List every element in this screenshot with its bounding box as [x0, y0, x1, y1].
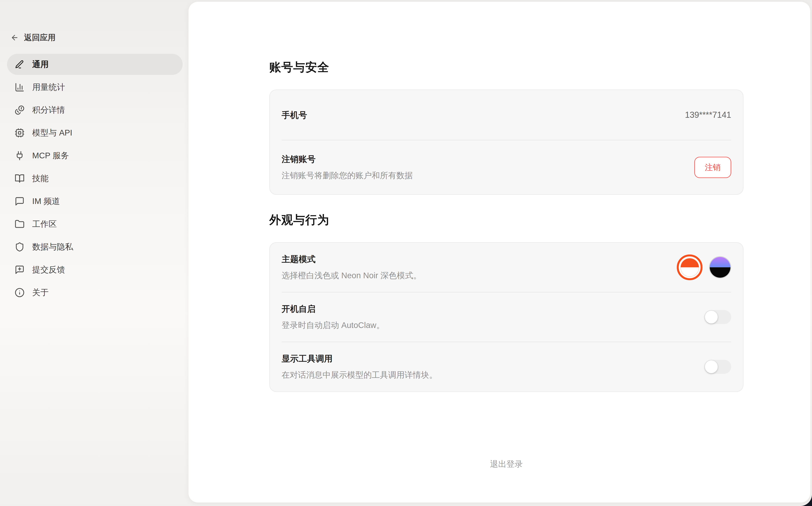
delete-account-description: 注销账号将删除您的账户和所有数据	[282, 170, 413, 181]
autostart-title: 开机自启	[282, 303, 384, 315]
sidebar-item-im-channels[interactable]: IM 频道	[7, 191, 182, 212]
sidebar-item-label: 用量统计	[32, 82, 65, 93]
sidebar-item-label: 模型与 API	[32, 127, 72, 138]
sidebar-item-about[interactable]: 关于	[7, 282, 182, 303]
theme-dark-option[interactable]	[709, 256, 731, 278]
section-title-appearance-behavior: 外观与行为	[269, 212, 743, 228]
sidebar-item-skills[interactable]: 技能	[7, 168, 182, 189]
toggle-knob	[705, 360, 718, 373]
sidebar-item-credits[interactable]: 积分详情	[7, 99, 182, 120]
plug-icon	[15, 151, 24, 161]
sidebar-item-general[interactable]: 通用	[7, 54, 182, 75]
autostart-row: 开机自启 登录时自动启动 AutoClaw。	[270, 292, 743, 342]
sidebar-item-label: 积分详情	[32, 104, 65, 115]
delete-account-button[interactable]: 注销	[694, 157, 731, 178]
phone-number-label: 手机号	[282, 109, 307, 121]
logout-button[interactable]: 退出登录	[269, 458, 743, 487]
show-tool-calls-description: 在对话消息中展示模型的工具调用详情块。	[282, 369, 437, 381]
settings-content: 账号与安全 手机号 139****7141 注销账号 注销账号将删除您的账户和所…	[269, 2, 743, 487]
sidebar-item-data-privacy[interactable]: 数据与隐私	[7, 236, 182, 257]
theme-light-swatch-icon	[681, 258, 699, 276]
show-tool-calls-text: 显示工具调用 在对话消息中展示模型的工具调用详情块。	[282, 353, 437, 381]
arrow-left-icon	[10, 33, 19, 42]
theme-mode-title: 主题模式	[282, 253, 421, 265]
show-tool-calls-title: 显示工具调用	[282, 353, 437, 364]
sidebar-item-feedback[interactable]: 提交反馈	[7, 259, 182, 280]
show-tool-calls-toggle[interactable]	[704, 360, 731, 374]
pencil-icon	[15, 60, 24, 69]
theme-light-option[interactable]	[677, 254, 703, 280]
theme-mode-description: 选择橙白浅色或 Neon Noir 深色模式。	[282, 270, 421, 281]
sidebar-item-label: 工作区	[32, 219, 57, 230]
theme-mode-row: 主题模式 选择橙白浅色或 Neon Noir 深色模式。	[270, 243, 743, 292]
autostart-text: 开机自启 登录时自动启动 AutoClaw。	[282, 303, 384, 331]
appearance-card: 主题模式 选择橙白浅色或 Neon Noir 深色模式。	[269, 242, 743, 392]
account-card: 手机号 139****7141 注销账号 注销账号将删除您的账户和所有数据 注销	[269, 89, 743, 195]
coins-icon	[15, 105, 24, 115]
sidebar-item-label: 关于	[32, 287, 49, 298]
sidebar-item-label: 技能	[32, 173, 49, 184]
sidebar-item-usage-stats[interactable]: 用量统计	[7, 77, 182, 98]
folder-icon	[15, 219, 24, 229]
theme-mode-text: 主题模式 选择橙白浅色或 Neon Noir 深色模式。	[282, 253, 421, 281]
section-title-account-security: 账号与安全	[269, 2, 743, 75]
phone-number-value: 139****7141	[685, 110, 731, 120]
main-panel: 账号与安全 手机号 139****7141 注销账号 注销账号将删除您的账户和所…	[189, 2, 810, 503]
sidebar-item-label: 数据与隐私	[32, 241, 73, 252]
delete-account-row: 注销账号 注销账号将删除您的账户和所有数据 注销	[270, 141, 743, 194]
show-tool-calls-row: 显示工具调用 在对话消息中展示模型的工具调用详情块。	[270, 342, 743, 391]
autostart-toggle[interactable]	[704, 310, 731, 324]
delete-account-text: 注销账号 注销账号将删除您的账户和所有数据	[282, 153, 413, 181]
theme-dark-swatch-icon	[710, 257, 730, 278]
sidebar-item-label: IM 频道	[32, 196, 60, 207]
shield-icon	[15, 242, 24, 252]
back-to-app-link[interactable]: 返回应用	[10, 32, 56, 43]
sidebar-item-label: MCP 服务	[32, 150, 69, 161]
sidebar-item-models-api[interactable]: 模型与 API	[7, 122, 182, 143]
sidebar-item-mcp-services[interactable]: MCP 服务	[7, 145, 182, 166]
cpu-icon	[15, 128, 24, 138]
sidebar-item-label: 通用	[32, 59, 49, 70]
sidebar: 返回应用 通用 用量统计 积分详情	[0, 0, 189, 506]
delete-account-title: 注销账号	[282, 153, 413, 165]
sidebar-nav: 通用 用量统计 积分详情 模型与 API	[7, 54, 182, 305]
theme-picker	[677, 254, 731, 280]
chat-bubble-icon	[15, 196, 24, 206]
message-plus-icon	[15, 265, 24, 275]
bar-chart-icon	[15, 82, 24, 92]
back-to-app-label: 返回应用	[24, 32, 56, 43]
phone-number-row: 手机号 139****7141	[270, 90, 743, 140]
autostart-description: 登录时自动启动 AutoClaw。	[282, 319, 384, 331]
sidebar-item-label: 提交反馈	[32, 264, 65, 275]
toggle-knob	[705, 311, 718, 324]
info-icon	[15, 287, 24, 298]
sidebar-item-workspace[interactable]: 工作区	[7, 214, 182, 235]
settings-page: 返回应用 通用 用量统计 积分详情	[0, 0, 812, 506]
book-open-icon	[15, 174, 24, 183]
